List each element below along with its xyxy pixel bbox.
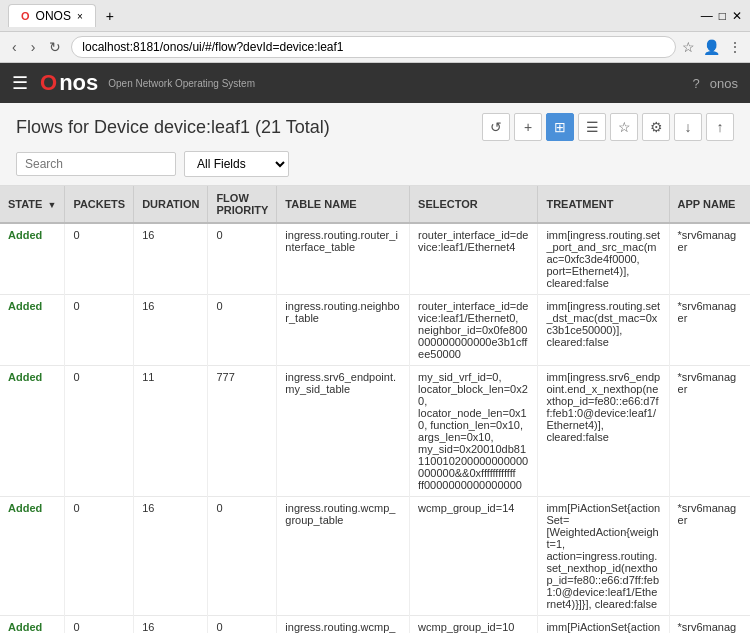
cell-packets: 0 [65,223,134,295]
cell-table_name: ingress.routing.router_interface_table [277,223,410,295]
cell-table_name: ingress.routing.wcmp_group_table [277,616,410,634]
cell-state: Added [0,616,65,634]
tab-favicon: O [21,10,30,22]
cell-state: Added [0,497,65,616]
table-row[interactable]: Added0160ingress.routing.wcmp_group_tabl… [0,497,750,616]
table-row[interactable]: Added0160ingress.routing.neighbor_tabler… [0,295,750,366]
add-button[interactable]: + [514,113,542,141]
cell-duration: 16 [134,616,208,634]
cell-selector: wcmp_group_id=14 [410,497,538,616]
cell-app_name: *srv6manager [669,295,750,366]
tab-close-button[interactable]: × [77,11,83,22]
refresh-button[interactable]: ↺ [482,113,510,141]
cell-treatment: imm[PiActionSet{actionSet=[WeightedActio… [538,497,669,616]
cell-duration: 16 [134,295,208,366]
col-flow-priority[interactable]: FLOWPRIORITY [208,186,277,223]
flows-table-container: STATE ▼ PACKETS DURATION FLOWPRIORITY TA… [0,185,750,633]
cell-app_name: *srv6manager [669,366,750,497]
app-logo: O nos Open Network Operating System [40,70,255,96]
new-tab-button[interactable]: + [106,8,114,24]
back-button[interactable]: ‹ [8,37,21,57]
cell-app_name: *srv6manager [669,616,750,634]
help-button[interactable]: ? [693,76,700,91]
cell-table_name: ingress.routing.wcmp_group_table [277,497,410,616]
cell-treatment: imm[ingress.routing.set_dst_mac(dst_mac=… [538,295,669,366]
app-header-left: ☰ O nos Open Network Operating System [12,70,255,96]
favorite-button[interactable]: ☆ [610,113,638,141]
cell-selector: wcmp_group_id=10 [410,616,538,634]
cell-flow_priority: 0 [208,497,277,616]
cell-table_name: ingress.routing.neighbor_table [277,295,410,366]
cell-packets: 0 [65,366,134,497]
cell-state: Added [0,366,65,497]
col-packets[interactable]: PACKETS [65,186,134,223]
forward-button[interactable]: › [27,37,40,57]
cell-duration: 11 [134,366,208,497]
search-input[interactable] [16,152,176,176]
flows-table: STATE ▼ PACKETS DURATION FLOWPRIORITY TA… [0,186,750,633]
hamburger-menu-button[interactable]: ☰ [12,72,28,94]
toolbar-icons: ↺ + ⊞ ☰ ☆ ⚙ ↓ ↑ [482,113,734,141]
cell-packets: 0 [65,616,134,634]
browser-nav-bar: ‹ › ↻ ☆ 👤 ⋮ [0,32,750,63]
cell-duration: 16 [134,223,208,295]
cell-state: Added [0,223,65,295]
cell-table_name: ingress.srv6_endpoint.my_sid_table [277,366,410,497]
logo-text: nos [59,70,98,96]
account-icon[interactable]: 👤 [703,39,720,55]
cell-flow_priority: 0 [208,295,277,366]
grid-view-button[interactable]: ⊞ [546,113,574,141]
logo-tagline: Open Network Operating System [108,78,255,89]
col-selector[interactable]: SELECTOR [410,186,538,223]
browser-tab[interactable]: O ONOS × [8,4,96,27]
table-row[interactable]: Added0160ingress.routing.wcmp_group_tabl… [0,616,750,634]
table-header: STATE ▼ PACKETS DURATION FLOWPRIORITY TA… [0,186,750,223]
cell-app_name: *srv6manager [669,223,750,295]
cell-selector: my_sid_vrf_id=0, locator_block_len=0x20,… [410,366,538,497]
maximize-button[interactable]: □ [719,9,726,23]
bookmark-icon[interactable]: ☆ [682,39,695,55]
user-label: onos [710,76,738,91]
page-title-bar: Flows for Device device:leaf1 (21 Total)… [0,103,750,147]
cell-selector: router_interface_id=device:leaf1/Etherne… [410,295,538,366]
search-bar: All Fields State Packets Duration Flow P… [0,147,750,185]
minimize-button[interactable]: — [701,9,713,23]
logo-icon: O [40,70,57,96]
cell-treatment: imm[PiActionSet{actionSet=[WeightedActio… [538,616,669,634]
cell-flow_priority: 0 [208,223,277,295]
cell-packets: 0 [65,497,134,616]
cell-app_name: *srv6manager [669,497,750,616]
table-row[interactable]: Added011777ingress.srv6_endpoint.my_sid_… [0,366,750,497]
cell-flow_priority: 777 [208,366,277,497]
cell-state: Added [0,295,65,366]
browser-tab-bar: O ONOS × + — □ ✕ [0,0,750,32]
header-row: STATE ▼ PACKETS DURATION FLOWPRIORITY TA… [0,186,750,223]
field-select[interactable]: All Fields State Packets Duration Flow P… [184,151,289,177]
close-window-button[interactable]: ✕ [732,9,742,23]
table-row[interactable]: Added0160ingress.routing.router_interfac… [0,223,750,295]
col-table-name[interactable]: TABLE NAME [277,186,410,223]
sort-arrow-state: ▼ [47,200,56,210]
table-body: Added0160ingress.routing.router_interfac… [0,223,750,633]
app-header-right: ? onos [693,76,738,91]
cell-selector: router_interface_id=device:leaf1/Etherne… [410,223,538,295]
browser-toolbar: ☆ 👤 ⋮ [682,39,742,55]
download-button[interactable]: ↓ [674,113,702,141]
col-treatment[interactable]: TREATMENT [538,186,669,223]
upload-button[interactable]: ↑ [706,113,734,141]
url-bar[interactable] [71,36,676,58]
cell-packets: 0 [65,295,134,366]
reload-button[interactable]: ↻ [45,37,65,57]
cell-treatment: imm[ingress.srv6_endpoint.end_x_nexthop(… [538,366,669,497]
col-state[interactable]: STATE ▼ [0,186,65,223]
cell-treatment: imm[ingress.routing.set_port_and_src_mac… [538,223,669,295]
cell-flow_priority: 0 [208,616,277,634]
col-app-name[interactable]: APP NAME [669,186,750,223]
app-header: ☰ O nos Open Network Operating System ? … [0,63,750,103]
col-duration[interactable]: DURATION [134,186,208,223]
cell-duration: 16 [134,497,208,616]
settings-button[interactable]: ⚙ [642,113,670,141]
list-view-button[interactable]: ☰ [578,113,606,141]
tab-label: ONOS [36,9,71,23]
menu-icon[interactable]: ⋮ [728,39,742,55]
